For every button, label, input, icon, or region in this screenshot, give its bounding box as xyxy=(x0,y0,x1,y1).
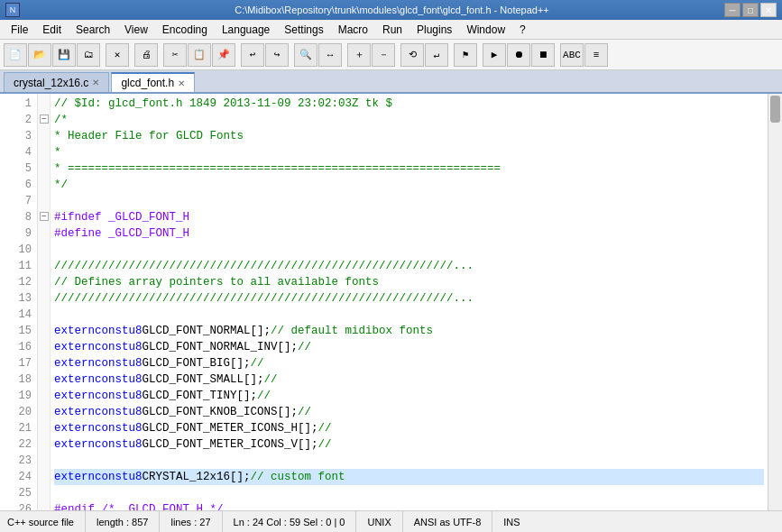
save-all-button[interactable]: 🗂 xyxy=(77,43,100,67)
fold-14 xyxy=(38,307,50,323)
line-number-6: 6 xyxy=(0,177,32,193)
title-bar-title: C:\Midibox\Repository\trunk\modules\glcd… xyxy=(60,5,724,15)
code-line-21[interactable]: extern const u8 GLCD_FONT_METER_ICONS_H[… xyxy=(54,420,764,436)
code-line-18[interactable]: extern const u8 GLCD_FONT_SMALL[]; // xyxy=(54,371,764,388)
menu-run[interactable]: Run xyxy=(375,22,409,38)
fold-9 xyxy=(38,225,50,242)
code-line-8[interactable]: #ifndef _GLCD_FONT_H xyxy=(54,209,764,225)
new-button[interactable]: 📄 xyxy=(4,43,27,67)
fold-10 xyxy=(38,242,50,258)
code-line-13[interactable]: ////////////////////////////////////////… xyxy=(54,290,764,307)
line-number-12: 12 xyxy=(0,274,32,290)
status-file-type: C++ source file xyxy=(7,511,86,532)
code-line-19[interactable]: extern const u8 GLCD_FONT_TINY[]; // xyxy=(54,388,764,404)
menu-language[interactable]: Language xyxy=(215,22,277,38)
spell-check-button[interactable]: ABC xyxy=(560,43,584,67)
editor-container: 1234567891011121314151617181920212223242… xyxy=(0,94,782,510)
code-line-16[interactable]: extern const u8 GLCD_FONT_NORMAL_INV[]; … xyxy=(54,339,764,355)
maximize-button[interactable]: □ xyxy=(742,3,759,17)
code-line-3[interactable]: * Header File for GLCD Fonts xyxy=(54,128,764,144)
menu-encoding[interactable]: Encoding xyxy=(155,22,215,38)
fold-19 xyxy=(38,388,50,404)
close-button[interactable]: ✕ xyxy=(760,3,777,17)
line-number-24: 24 xyxy=(0,469,32,485)
code-line-7[interactable] xyxy=(54,193,764,209)
code-line-2[interactable]: /* xyxy=(54,112,764,128)
menu-settings[interactable]: Settings xyxy=(277,22,330,38)
fold-3 xyxy=(38,128,50,144)
line-number-8: 8 xyxy=(0,209,32,225)
fold-8[interactable]: − xyxy=(38,209,50,225)
fold-18 xyxy=(38,371,50,388)
zoom-out-button[interactable]: － xyxy=(372,43,395,67)
code-line-10[interactable] xyxy=(54,242,764,258)
redo-button[interactable]: ↪ xyxy=(265,43,289,67)
find-button[interactable]: 🔍 xyxy=(294,43,317,67)
code-line-23[interactable] xyxy=(54,453,764,469)
fold-25 xyxy=(38,485,50,501)
line-number-1: 1 xyxy=(0,96,32,112)
code-area[interactable]: // $Id: glcd_font.h 1849 2013-11-09 23:0… xyxy=(51,94,768,510)
zoom-in-button[interactable]: ＋ xyxy=(347,43,371,67)
paste-button[interactable]: 📌 xyxy=(212,43,235,67)
menu-search[interactable]: Search xyxy=(69,22,117,38)
code-line-24[interactable]: extern const u8 CRYSTAL_12x16[]; // cust… xyxy=(54,469,764,485)
status-insert-mode: INS xyxy=(492,511,530,532)
code-line-12[interactable]: // Defines array pointers to all availab… xyxy=(54,274,764,290)
vertical-scrollbar[interactable] xyxy=(768,94,782,510)
sync-button[interactable]: ⟲ xyxy=(400,43,424,67)
undo-button[interactable]: ↩ xyxy=(241,43,264,67)
code-line-11[interactable]: ////////////////////////////////////////… xyxy=(54,258,764,274)
tab-glcd-font[interactable]: glcd_font.h ✕ xyxy=(111,72,195,92)
code-line-17[interactable]: extern const u8 GLCD_FONT_BIG[]; // xyxy=(54,355,764,371)
tab-bar: crystal_12x16.c ✕ glcd_font.h ✕ xyxy=(0,70,782,94)
run-macro-button[interactable]: ▶ xyxy=(483,43,506,67)
cut-button[interactable]: ✂ xyxy=(163,43,187,67)
menu-file[interactable]: File xyxy=(4,22,35,38)
save-button[interactable]: 💾 xyxy=(52,43,76,67)
code-line-6[interactable]: */ xyxy=(54,177,764,193)
code-line-9[interactable]: #define _GLCD_FONT_H xyxy=(54,225,764,242)
fold-6 xyxy=(38,177,50,193)
code-line-1[interactable]: // $Id: glcd_font.h 1849 2013-11-09 23:0… xyxy=(54,96,764,112)
menu-edit[interactable]: Edit xyxy=(35,22,69,38)
code-line-22[interactable]: extern const u8 GLCD_FONT_METER_ICONS_V[… xyxy=(54,436,764,453)
menu-plugins[interactable]: Plugins xyxy=(409,22,459,38)
status-length: length : 857 xyxy=(86,511,161,532)
tab-crystal-close[interactable]: ✕ xyxy=(92,78,99,87)
stop-macro-button[interactable]: ⏹ xyxy=(531,43,555,67)
code-line-4[interactable]: * xyxy=(54,144,764,161)
line-numbers: 1234567891011121314151617181920212223242… xyxy=(0,94,38,510)
bookmark-button[interactable]: ⚑ xyxy=(454,43,477,67)
fold-2[interactable]: − xyxy=(38,112,50,128)
fold-4 xyxy=(38,144,50,161)
code-line-14[interactable] xyxy=(54,307,764,323)
code-line-26[interactable]: #endif /* _GLCD_FONT_H */ xyxy=(54,501,764,510)
scrollbar-thumb[interactable] xyxy=(770,96,780,123)
menu-window[interactable]: Window xyxy=(459,22,512,38)
replace-button[interactable]: ↔ xyxy=(318,43,342,67)
tab-glcd-font-close[interactable]: ✕ xyxy=(178,78,185,88)
close-button2[interactable]: ✕ xyxy=(106,43,129,67)
menu-view[interactable]: View xyxy=(117,22,155,38)
wrap-button[interactable]: ↵ xyxy=(425,43,448,67)
tab-crystal-label: crystal_12x16.c xyxy=(14,77,88,89)
code-line-5[interactable]: * ======================================… xyxy=(54,161,764,177)
menu-bar: File Edit Search View Encoding Language … xyxy=(0,20,782,40)
menu-help[interactable]: ? xyxy=(512,22,533,38)
print-button[interactable]: 🖨 xyxy=(134,43,158,67)
copy-button[interactable]: 📋 xyxy=(188,43,211,67)
record-macro-button[interactable]: ⏺ xyxy=(507,43,530,67)
fold-7 xyxy=(38,193,50,209)
open-button[interactable]: 📂 xyxy=(28,43,51,67)
fold-23 xyxy=(38,453,50,469)
line-number-21: 21 xyxy=(0,420,32,436)
tab-crystal[interactable]: crystal_12x16.c ✕ xyxy=(4,72,109,92)
code-line-20[interactable]: extern const u8 GLCD_FONT_KNOB_ICONS[]; … xyxy=(54,404,764,420)
monospace-button[interactable]: ≡ xyxy=(584,43,608,67)
code-line-15[interactable]: extern const u8 GLCD_FONT_NORMAL[]; // d… xyxy=(54,323,764,339)
menu-macro[interactable]: Macro xyxy=(331,22,375,38)
status-encoding: ANSI as UTF-8 xyxy=(403,511,493,532)
code-line-25[interactable] xyxy=(54,485,764,501)
minimize-button[interactable]: ─ xyxy=(724,3,741,17)
